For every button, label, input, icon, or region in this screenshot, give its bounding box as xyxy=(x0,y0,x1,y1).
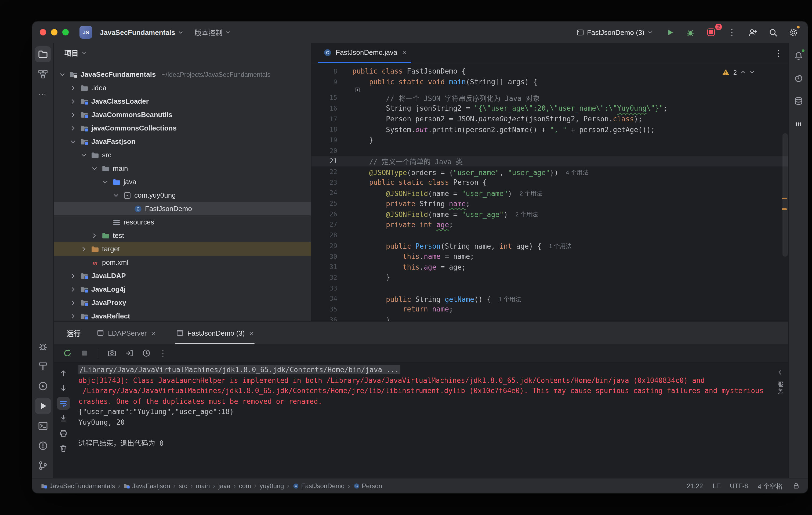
problems-tool-button[interactable] xyxy=(35,438,51,454)
zoom-window-button[interactable] xyxy=(62,29,69,35)
next-problem-button[interactable] xyxy=(749,69,755,75)
console-output[interactable]: /Library/Java/JavaVirtualMachines/jdk1.8… xyxy=(73,363,788,478)
fold-marker-icon[interactable] xyxy=(355,88,360,92)
close-window-button[interactable] xyxy=(40,29,46,35)
tree-item-javaldap[interactable]: JavaLDAP xyxy=(54,269,311,283)
tree-item-pom-xml[interactable]: mpom.xml xyxy=(54,256,311,269)
tree-item-javacommonsbeanutils[interactable]: JavaCommonsBeanutils xyxy=(54,108,311,121)
expand-chevron-icon[interactable] xyxy=(90,231,99,240)
more-actions-button[interactable]: ⋮ xyxy=(725,25,739,39)
code-line[interactable]: 21 // 定义一个简单的 Java 类 xyxy=(312,156,788,167)
code-editor[interactable]: 8public class FastJsonDemo {9 public sta… xyxy=(312,63,788,321)
close-tab-button[interactable]: × xyxy=(402,48,406,56)
code-line[interactable]: 8public class FastJsonDemo { xyxy=(312,66,788,77)
code-line[interactable]: 29 public Person(String name, int age) {… xyxy=(312,240,788,251)
close-tab-button[interactable]: × xyxy=(250,329,254,337)
code-line[interactable]: 20 xyxy=(312,146,788,156)
maven-tool-button[interactable]: m xyxy=(790,115,806,132)
code-line[interactable]: 15 // 将一个 JSON 字符串反序列化为 Java 对象 xyxy=(312,93,788,103)
expand-chevron-icon[interactable] xyxy=(69,110,77,119)
stop-button[interactable]: 2 xyxy=(703,25,719,39)
expand-chevron-icon[interactable] xyxy=(69,298,77,307)
code-line[interactable]: 31 this.age = age; xyxy=(312,262,788,272)
tree-item-src[interactable]: src xyxy=(54,148,311,162)
lock-icon[interactable] xyxy=(792,482,800,490)
breadcrumb-item[interactable]: JavaSecFundamentals xyxy=(41,482,115,489)
warning-stripe-mark[interactable] xyxy=(782,208,787,210)
search-everywhere-button[interactable] xyxy=(766,25,780,39)
inspections-widget[interactable]: 2 xyxy=(722,68,755,76)
expand-chevron-icon[interactable] xyxy=(69,97,77,106)
print-button[interactable] xyxy=(57,427,70,440)
run-configuration-widget[interactable]: FastJsonDemo (3) xyxy=(573,26,656,38)
notifications-button[interactable] xyxy=(790,48,806,64)
breadcrumb-item[interactable]: com xyxy=(239,482,251,489)
code-line[interactable]: 16 String jsonString2 = "{\"user_age\":2… xyxy=(312,103,788,114)
build-tool-button[interactable] xyxy=(35,358,51,374)
side-toolwindow-label[interactable]: 服务 xyxy=(776,381,784,395)
debug-button[interactable] xyxy=(683,25,697,39)
expand-chevron-icon[interactable] xyxy=(90,164,99,173)
minimize-window-button[interactable] xyxy=(51,29,57,35)
collapse-icon[interactable] xyxy=(776,369,783,376)
vcs-tool-button[interactable] xyxy=(35,458,51,474)
structure-tool-button[interactable] xyxy=(35,66,51,82)
tree-item-javasecfundamentals[interactable]: JavaSecFundamentals~/IdeaProjects/JavaSe… xyxy=(54,68,311,81)
expand-chevron-icon[interactable] xyxy=(69,84,77,92)
breadcrumb-item[interactable]: src xyxy=(179,482,187,489)
breadcrumb-item[interactable]: JavaFastjson xyxy=(123,482,170,489)
code-line[interactable]: 27 private int age; xyxy=(312,219,788,230)
tree-item-javacommonscollections[interactable]: javaCommonsCollections xyxy=(54,121,311,135)
code-with-me-button[interactable] xyxy=(746,25,759,39)
run-tool-button[interactable] xyxy=(35,398,51,414)
tree-item-resources[interactable]: resources xyxy=(54,216,311,229)
expand-chevron-icon[interactable] xyxy=(58,70,66,79)
attach-button[interactable] xyxy=(122,346,136,360)
code-line[interactable]: 33 xyxy=(312,283,788,293)
code-line[interactable]: 26 @JSONField(name = "user_age")2 个用法 xyxy=(312,209,788,219)
prev-occurrence-button[interactable] xyxy=(57,367,70,380)
usages-inlay-hint[interactable]: 2 个用法 xyxy=(520,189,542,197)
tree-item-target[interactable]: target xyxy=(54,242,311,256)
expand-chevron-icon[interactable] xyxy=(80,245,88,253)
breadcrumb-item[interactable]: main xyxy=(196,482,210,489)
code-line[interactable]: 22 @JSONType(orders = {"user_name", "use… xyxy=(312,167,788,177)
cursor-position[interactable]: 21:22 xyxy=(687,482,703,489)
code-line[interactable]: 30 this.name = name; xyxy=(312,251,788,261)
expand-chevron-icon[interactable] xyxy=(112,191,120,200)
tree-item-fastjsondemo[interactable]: CFastJsonDemo xyxy=(54,202,311,216)
project-tool-button[interactable] xyxy=(35,46,51,62)
tree-item-test[interactable]: test xyxy=(54,229,311,242)
folded-region[interactable] xyxy=(312,87,788,93)
thread-dump-button[interactable] xyxy=(105,346,119,360)
rerun-button[interactable] xyxy=(60,346,74,360)
expand-chevron-icon[interactable] xyxy=(69,271,77,280)
soft-wrap-button[interactable] xyxy=(57,397,70,410)
tree-item-java[interactable]: java xyxy=(54,175,311,189)
tree-item-javalog4j[interactable]: JavaLog4j xyxy=(54,283,311,296)
next-occurrence-button[interactable] xyxy=(57,382,70,395)
tree-item-com-yuy0ung[interactable]: com.yuy0ung xyxy=(54,189,311,202)
code-line[interactable]: 25 private String name; xyxy=(312,198,788,209)
breadcrumb-item[interactable]: yuy0ung xyxy=(260,482,284,489)
clear-button[interactable] xyxy=(57,442,70,455)
usages-inlay-hint[interactable]: 2 个用法 xyxy=(515,210,538,218)
editor-options-button[interactable]: ⋮ xyxy=(775,43,783,63)
tree-item-javaproxy[interactable]: JavaProxy xyxy=(54,296,311,309)
prev-problem-button[interactable] xyxy=(740,69,746,75)
code-line[interactable]: 28 xyxy=(312,230,788,240)
more-v-button[interactable]: ⋮ xyxy=(156,346,170,360)
line-separator[interactable]: LF xyxy=(713,482,720,489)
more-tools-button[interactable]: ⋯ xyxy=(35,86,51,102)
history-button[interactable] xyxy=(139,346,153,360)
vcs-widget[interactable]: 版本控制 xyxy=(191,25,234,39)
breadcrumb-item[interactable]: CPerson xyxy=(353,482,382,489)
run-tab-ldapserver[interactable]: LDAPServer × xyxy=(92,322,160,344)
close-tab-button[interactable]: × xyxy=(152,329,156,337)
file-encoding[interactable]: UTF-8 xyxy=(730,482,748,489)
code-line[interactable]: 32 } xyxy=(312,272,788,283)
scroll-end-button[interactable] xyxy=(57,412,70,425)
terminal-tool-button[interactable] xyxy=(35,418,51,434)
expand-chevron-icon[interactable] xyxy=(69,124,77,132)
usages-inlay-hint[interactable]: 1 个用法 xyxy=(549,241,572,250)
